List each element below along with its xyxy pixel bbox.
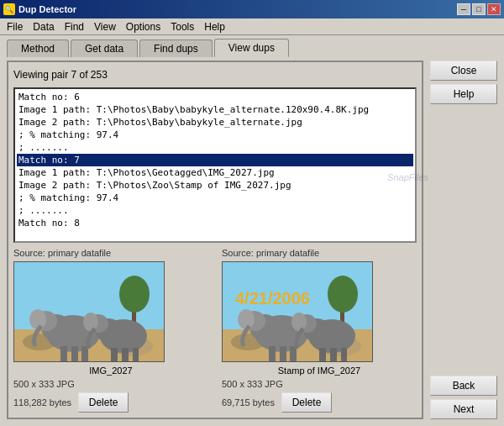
viewing-status: Viewing pair 7 of 253 [13, 67, 417, 82]
svg-point-16 [83, 313, 98, 331]
menu-options[interactable]: Options [121, 19, 165, 34]
image2-delete-row: 69,715 bytes Delete [222, 392, 417, 413]
images-section: Source: primary datafile [13, 248, 417, 413]
svg-rect-31 [280, 346, 286, 361]
close-window-button[interactable]: ✕ [487, 3, 501, 15]
left-panel: Viewing pair 7 of 253 Match no: 6 Image … [7, 60, 423, 419]
tab-method[interactable]: Method [7, 39, 69, 57]
list-item[interactable]: Image 2 path: T:\Photos\Zoo\Stamp of IMG… [17, 179, 413, 192]
svg-rect-11 [71, 346, 78, 361]
svg-rect-39 [341, 348, 347, 361]
svg-rect-37 [319, 348, 326, 361]
list-item[interactable]: Match no: 8 [17, 217, 413, 229]
svg-rect-10 [60, 346, 67, 361]
svg-rect-19 [133, 348, 139, 361]
list-item[interactable]: ; ....... [17, 204, 413, 217]
image1-delete-row: 118,282 bytes Delete [13, 392, 208, 413]
svg-rect-30 [269, 346, 276, 361]
tabs-row: Method Get data Find dups View dups [0, 35, 504, 57]
svg-point-29 [238, 309, 255, 329]
list-item[interactable]: Image 2 path: T:\Photos\Baby\babykyle_al… [17, 116, 413, 129]
back-button[interactable]: Back [430, 376, 497, 396]
svg-rect-38 [330, 348, 337, 361]
window-controls: ─ □ ✕ [457, 3, 501, 15]
image1-name: IMG_2027 [13, 366, 208, 376]
image1-source-label: Source: primary datafile [13, 248, 208, 258]
image2-name: Stamp of IMG_2027 [222, 366, 417, 376]
list-item-selected[interactable]: Match no: 7 [17, 154, 413, 166]
match-list[interactable]: Match no: 6 Image 1 path: T:\Photos\Baby… [13, 87, 417, 243]
right-panel: Close Help Back Next [430, 60, 497, 419]
svg-point-25 [328, 276, 358, 313]
image2-frame: 4/21/2006 [222, 261, 373, 362]
menu-view[interactable]: View [89, 19, 121, 34]
app-icon: 🔍 [3, 3, 15, 15]
svg-rect-17 [111, 348, 118, 361]
content-area: Viewing pair 7 of 253 Match no: 6 Image … [0, 57, 504, 426]
svg-point-9 [29, 309, 46, 329]
image1-frame [13, 261, 165, 362]
image2-size: 69,715 bytes [222, 397, 275, 408]
tab-find-dups[interactable]: Find dups [139, 39, 213, 57]
image2-block: Source: primary datafile [222, 248, 417, 413]
title-bar: 🔍 Dup Detector ─ □ ✕ [0, 0, 504, 18]
svg-point-36 [291, 313, 307, 331]
image2-source-label: Source: primary datafile [222, 248, 417, 258]
menu-find[interactable]: Find [60, 19, 89, 34]
tab-get-data[interactable]: Get data [71, 39, 138, 57]
image1-size: 118,282 bytes [13, 397, 71, 408]
list-item[interactable]: Image 1 path: T:\Photos\Geotagged\IMG_20… [17, 166, 413, 179]
close-button[interactable]: Close [430, 60, 497, 81]
next-button[interactable]: Next [430, 399, 497, 419]
main-window: Method Get data Find dups View dups View… [0, 35, 504, 426]
minimize-button[interactable]: ─ [457, 3, 470, 15]
tab-view-dups[interactable]: View dups [214, 39, 289, 57]
list-item[interactable]: Image 1 path: T:\Photos\Baby\babykyle_al… [17, 103, 413, 116]
list-item[interactable]: ; % matching: 97.4 [17, 129, 413, 141]
menu-file[interactable]: File [2, 19, 28, 34]
svg-text:4/21/2006: 4/21/2006 [235, 289, 310, 308]
menu-data[interactable]: Data [28, 19, 59, 34]
list-item[interactable]: ; ....... [17, 141, 413, 154]
help-button[interactable]: Help [430, 84, 497, 104]
menu-help[interactable]: Help [199, 19, 230, 34]
menu-bar: File Data Find View Options Tools Help [0, 18, 504, 35]
menu-tools[interactable]: Tools [165, 19, 199, 34]
list-item[interactable]: ; % matching: 97.4 [17, 192, 413, 204]
list-item[interactable]: Match no: 6 [17, 91, 413, 103]
image2-delete-button[interactable]: Delete [281, 392, 332, 413]
image1-dimensions: 500 x 333 JPG [13, 379, 208, 389]
maximize-button[interactable]: □ [472, 3, 486, 15]
image1-block: Source: primary datafile [13, 248, 208, 413]
svg-rect-18 [122, 348, 129, 361]
svg-point-5 [119, 276, 150, 313]
app-title: Dup Detector [18, 4, 76, 14]
image2-dimensions: 500 x 333 JPG [222, 379, 417, 389]
image1-delete-button[interactable]: Delete [78, 392, 129, 413]
